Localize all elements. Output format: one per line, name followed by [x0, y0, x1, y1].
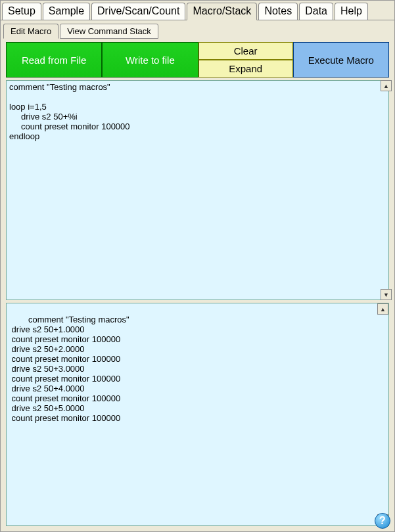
tab-drive-scan-count[interactable]: Drive/Scan/Count — [91, 3, 185, 20]
tab-setup[interactable]: Setup — [2, 3, 41, 20]
sub-tab-edit-macro[interactable]: Edit Macro — [3, 24, 58, 39]
output-scroll-up[interactable]: ▲ — [377, 303, 388, 315]
expand-button[interactable]: Expand — [198, 60, 293, 78]
editor-scroll-up[interactable]: ▲ — [381, 80, 392, 91]
tab-notes[interactable]: Notes — [258, 3, 298, 20]
execute-macro-button[interactable]: Execute Macro — [293, 42, 389, 78]
clear-expand-group: Clear Expand — [198, 42, 293, 78]
tab-sample[interactable]: Sample — [43, 3, 90, 20]
output-text: comment "Testing macros" drive s2 50+1.0… — [9, 315, 129, 423]
tab-data[interactable]: Data — [299, 3, 333, 20]
clear-button[interactable]: Clear — [198, 42, 293, 60]
tab-help[interactable]: Help — [335, 3, 368, 20]
app-window: Setup Sample Drive/Scan/Count Macro/Stac… — [0, 0, 395, 532]
macro-editor-textarea[interactable] — [6, 80, 389, 300]
macro-panel: Edit Macro View Command Stack Read from … — [1, 20, 394, 531]
macro-toolbar: Read from File Write to file Clear Expan… — [6, 42, 389, 78]
read-from-file-button[interactable]: Read from File — [6, 42, 102, 78]
main-tab-bar: Setup Sample Drive/Scan/Count Macro/Stac… — [1, 1, 394, 20]
macro-output-textarea[interactable]: comment "Testing macros" drive s2 50+1.0… — [6, 303, 389, 526]
write-to-file-button[interactable]: Write to file — [102, 42, 198, 78]
editor-scroll-down[interactable]: ▼ — [381, 289, 392, 300]
editor-area: ▲ ▼ comment "Testing macros" drive s2 50… — [3, 80, 392, 529]
sub-tab-view-command-stack[interactable]: View Command Stack — [60, 24, 158, 39]
sub-tab-bar: Edit Macro View Command Stack — [3, 23, 392, 38]
tab-macro-stack[interactable]: Macro/Stack — [187, 3, 257, 20]
help-icon[interactable]: ? — [375, 513, 390, 529]
